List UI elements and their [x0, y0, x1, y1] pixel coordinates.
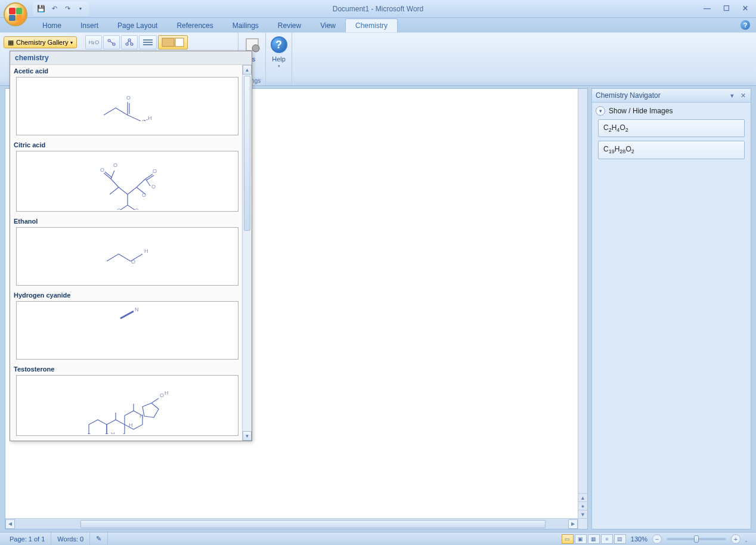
h-scrollbar-thumb[interactable] — [80, 520, 546, 528]
minimize-button[interactable]: — — [700, 4, 714, 13]
structure2-icon[interactable] — [121, 35, 138, 49]
tab-page-layout[interactable]: Page Layout — [108, 19, 167, 32]
tab-mailings[interactable]: Mailings — [223, 19, 268, 32]
svg-marker-54 — [107, 420, 125, 434]
gallery-item-acetic-acid[interactable]: OOH — [16, 77, 238, 135]
tab-insert[interactable]: Insert — [71, 19, 108, 32]
navigator-formula-item[interactable]: C19H28O2 — [598, 141, 745, 159]
chevron-down-icon: ▾ — [278, 64, 280, 69]
redo-icon[interactable]: ↷ — [61, 3, 73, 15]
zoom-slider-thumb[interactable] — [694, 535, 699, 543]
prev-page-icon[interactable]: ▲ — [578, 493, 587, 501]
svg-line-29 — [111, 179, 119, 187]
svg-text:H: H — [144, 248, 148, 254]
gallery-item-title: Acetic acid — [10, 65, 242, 76]
view-web-layout-icon[interactable]: ▦ — [588, 534, 600, 544]
gallery-scrollbar[interactable]: ▲ ▼ — [242, 65, 252, 441]
svg-text:O: O — [100, 167, 104, 173]
next-page-icon[interactable]: ▼ — [578, 510, 587, 518]
gallery-item-citric-acid[interactable]: OO OO OO O — [16, 151, 238, 212]
zoom-out-button[interactable]: − — [652, 534, 662, 544]
svg-marker-53 — [89, 420, 107, 434]
zoom-level[interactable]: 130% — [631, 535, 647, 543]
scroll-right-icon[interactable]: ▶ — [568, 519, 578, 529]
scroll-up-icon[interactable]: ▲ — [243, 65, 252, 75]
scroll-left-icon[interactable]: ◀ — [5, 519, 15, 529]
view-outline-icon[interactable]: ≡ — [601, 534, 613, 544]
close-button[interactable]: ✕ — [738, 4, 752, 13]
help-button[interactable]: ? Help ▾ — [265, 34, 293, 70]
gallery-item-hydrogen-cyanide[interactable]: N — [16, 301, 238, 360]
navigator-title: Chemistry Navigator — [596, 91, 661, 100]
svg-marker-56 — [142, 403, 159, 417]
navigator-formula-item[interactable]: C2H4O2 — [598, 119, 745, 137]
gallery-item-ethanol[interactable]: OH — [16, 227, 238, 286]
svg-text:O: O — [151, 184, 156, 190]
gallery-item-testosterone[interactable]: OH O HH H — [16, 375, 238, 436]
maximize-button[interactable]: ☐ — [719, 4, 733, 13]
structure-icon[interactable] — [103, 35, 120, 49]
chemistry-navigator-panel: Chemistry Navigator ▾ ✕ ▾ Show / Hide Im… — [591, 88, 751, 529]
ribbon-tabs: Home Insert Page Layout References Maili… — [0, 18, 756, 32]
gallery-item-title: Ethanol — [10, 215, 242, 226]
status-page[interactable]: Page: 1 of 1 — [4, 532, 51, 545]
scroll-corner — [578, 518, 587, 529]
vertical-scrollbar[interactable]: ▲ ● ▼ — [578, 89, 587, 518]
svg-line-51 — [120, 311, 134, 318]
zoom-slider[interactable] — [667, 538, 726, 540]
h2o-icon[interactable]: H₂O — [85, 35, 102, 49]
browse-object-icon[interactable]: ● — [578, 501, 587, 510]
svg-text:O: O — [117, 208, 121, 210]
panel-menu-icon[interactable]: ▾ — [728, 91, 736, 100]
view-full-screen-icon[interactable]: ▣ — [575, 534, 587, 544]
view-draft-icon[interactable]: ▤ — [614, 534, 626, 544]
chevron-down-icon: ▾ — [70, 40, 73, 45]
scrollbar-thumb[interactable] — [244, 76, 250, 231]
svg-text:O: O — [153, 168, 157, 174]
view-print-layout-icon[interactable]: ▭ — [562, 534, 574, 544]
list-icon[interactable] — [139, 35, 157, 49]
window-title: Document1 - Microsoft Word — [333, 5, 424, 13]
gallery-item-title: Testosterone — [10, 363, 242, 374]
svg-text:H: H — [140, 413, 144, 419]
svg-line-19 — [128, 115, 141, 121]
zoom-in-button[interactable]: + — [731, 534, 740, 544]
show-hide-images-row[interactable]: ▾ Show / Hide Images — [592, 103, 751, 119]
panel-close-icon[interactable]: ✕ — [739, 91, 747, 100]
titlebar: 💾 ↶ ↷ ▾ Document1 - Microsoft Word — ☐ ✕ — [0, 0, 756, 18]
undo-icon[interactable]: ↶ — [48, 3, 60, 15]
svg-text:H: H — [165, 390, 169, 396]
panel-icon[interactable] — [158, 35, 188, 49]
svg-point-14 — [252, 45, 259, 52]
svg-line-26 — [128, 187, 137, 194]
help-question-icon: ? — [271, 36, 287, 53]
scroll-down-icon[interactable]: ▼ — [243, 431, 252, 441]
help-icon[interactable]: ? — [740, 20, 750, 30]
tab-review[interactable]: Review — [268, 19, 311, 32]
help-label: Help — [272, 55, 286, 63]
svg-line-38 — [128, 205, 135, 210]
tab-chemistry[interactable]: Chemistry — [345, 18, 398, 32]
chemistry-gallery-button[interactable]: ▦ Chemistry Gallery ▾ — [4, 36, 77, 48]
svg-line-37 — [120, 205, 128, 210]
svg-line-62 — [83, 433, 89, 434]
tab-view[interactable]: View — [311, 19, 345, 32]
status-words[interactable]: Words: 0 — [51, 532, 90, 545]
resize-grip-icon[interactable]: ⡀ — [742, 535, 752, 543]
horizontal-scrollbar[interactable]: ◀ ▶ — [5, 518, 578, 529]
svg-rect-9 — [143, 42, 153, 43]
svg-line-25 — [119, 187, 128, 194]
save-icon[interactable]: 💾 — [35, 3, 47, 15]
chemistry-gallery-label: Chemistry Gallery — [16, 39, 68, 46]
svg-line-6 — [128, 41, 129, 44]
svg-line-16 — [116, 108, 128, 115]
gallery-list: Acetic acid OOH Citric acid — [10, 65, 242, 441]
tab-home[interactable]: Home — [33, 19, 71, 32]
status-proofing-icon[interactable]: ✎ — [90, 532, 108, 545]
svg-line-2 — [110, 41, 113, 44]
svg-rect-12 — [175, 38, 184, 47]
office-button[interactable] — [4, 2, 27, 26]
expand-collapse-icon[interactable]: ▾ — [596, 106, 605, 116]
tab-references[interactable]: References — [167, 19, 222, 32]
qat-customize-icon[interactable]: ▾ — [75, 3, 86, 15]
